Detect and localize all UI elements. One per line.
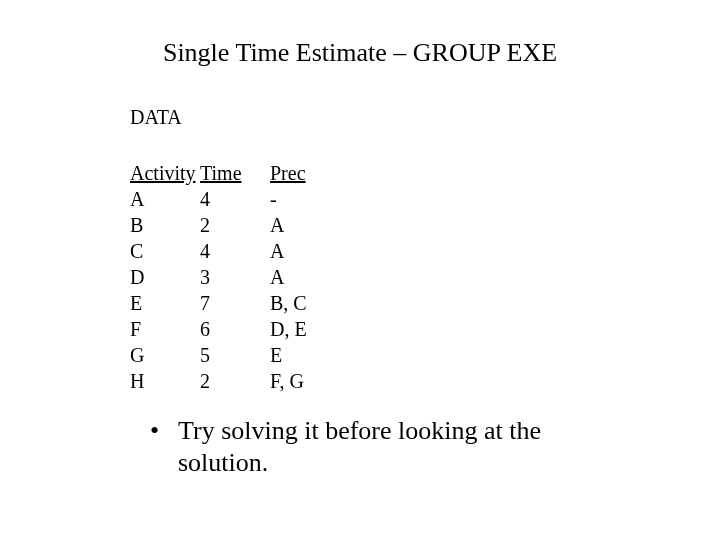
cell-prec: E xyxy=(270,342,350,368)
cell-time: 5 xyxy=(200,342,270,368)
bullet-marker: • xyxy=(150,415,178,479)
cell-activity: E xyxy=(130,290,200,316)
cell-time: 2 xyxy=(200,368,270,394)
activity-table: Activity Time Prec A 4 - B 2 A C 4 A D 3… xyxy=(130,160,350,394)
cell-prec: A xyxy=(270,264,350,290)
cell-time: 7 xyxy=(200,290,270,316)
table-row: C 4 A xyxy=(130,238,350,264)
col-header-prec: Prec xyxy=(270,160,350,186)
cell-prec: D, E xyxy=(270,316,350,342)
bullet-item: • Try solving it before looking at the s… xyxy=(150,415,630,479)
cell-prec: - xyxy=(270,186,350,212)
cell-prec: B, C xyxy=(270,290,350,316)
col-header-activity: Activity xyxy=(130,160,200,186)
page-title: Single Time Estimate – GROUP EXE xyxy=(0,38,720,68)
table-row: H 2 F, G xyxy=(130,368,350,394)
cell-activity: H xyxy=(130,368,200,394)
cell-time: 4 xyxy=(200,186,270,212)
cell-time: 4 xyxy=(200,238,270,264)
col-header-time: Time xyxy=(200,160,270,186)
table-row: A 4 - xyxy=(130,186,350,212)
cell-time: 3 xyxy=(200,264,270,290)
cell-time: 2 xyxy=(200,212,270,238)
cell-activity: B xyxy=(130,212,200,238)
table-header-row: Activity Time Prec xyxy=(130,160,350,186)
cell-time: 6 xyxy=(200,316,270,342)
slide: Single Time Estimate – GROUP EXE DATA Ac… xyxy=(0,0,720,540)
table-row: G 5 E xyxy=(130,342,350,368)
data-section-label: DATA xyxy=(130,106,182,129)
bullet-text: Try solving it before looking at the sol… xyxy=(178,415,630,479)
cell-activity: F xyxy=(130,316,200,342)
table-row: B 2 A xyxy=(130,212,350,238)
table-row: D 3 A xyxy=(130,264,350,290)
table-row: E 7 B, C xyxy=(130,290,350,316)
cell-prec: F, G xyxy=(270,368,350,394)
cell-prec: A xyxy=(270,212,350,238)
cell-activity: D xyxy=(130,264,200,290)
table-row: F 6 D, E xyxy=(130,316,350,342)
cell-activity: A xyxy=(130,186,200,212)
cell-prec: A xyxy=(270,238,350,264)
cell-activity: C xyxy=(130,238,200,264)
cell-activity: G xyxy=(130,342,200,368)
